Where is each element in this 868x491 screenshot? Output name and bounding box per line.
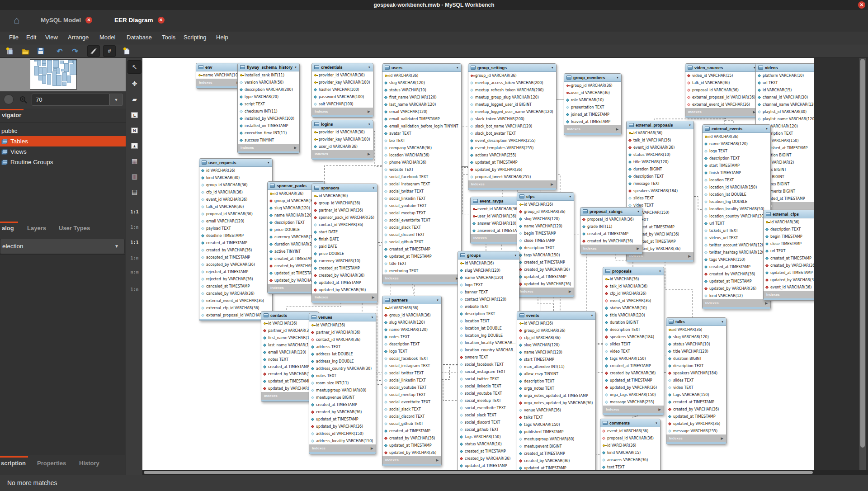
er-table-cfps[interactable]: cfps▼id VARCHAR(36)group_id VARCHAR(36)s… [517,192,574,297]
routine-group-tool[interactable]: ▤ [127,185,142,198]
er-table-header[interactable]: partners▼ [382,296,441,304]
rel-1ton-existing-tool[interactable]: 1:n [127,283,142,296]
collapse-icon[interactable]: ▼ [765,127,768,130]
bottom-tab-scription[interactable]: scription [1,460,26,467]
er-table-user_requests[interactable]: user_requests▼id VARCHAR(36)kind VARCHAR… [199,158,273,321]
er-table-indexes[interactable]: Indexes▶ [703,299,770,307]
er-table-external_cfps[interactable]: external_cfps▼id VARCHAR(36)description … [763,210,814,301]
er-table-indexes[interactable]: Indexes▶ [196,79,242,86]
er-table-header[interactable]: groups▼ [458,251,519,260]
menu-item-arrange[interactable]: Arrange [68,34,89,41]
collapse-icon[interactable]: ▼ [616,76,619,79]
menu-item-scripting[interactable]: Scripting [184,34,207,41]
collapse-icon[interactable]: ▼ [267,161,270,164]
bottom-tab-history[interactable]: History [79,460,99,467]
er-table-indexes[interactable]: Indexes▶ [580,245,642,252]
selection-dropdown[interactable]: election ▼ [0,239,125,254]
er-table-header[interactable]: group_settings▼ [468,64,556,72]
view-tool[interactable]: ▥ [127,170,142,183]
collapse-icon[interactable]: ▼ [372,187,375,189]
sidebar-item-routine-groups[interactable]: Routine Groups [0,157,126,167]
hand-tool[interactable]: ✥ [127,77,142,90]
er-table-env[interactable]: env▼name VARCHAR(10)Indexes▶ [196,63,242,89]
undo-icon[interactable]: ↶ [53,45,66,57]
collapse-icon[interactable]: ▼ [689,124,691,127]
tab-close-icon[interactable]: ✕ [85,17,92,24]
collapse-icon[interactable]: ▼ [721,321,724,323]
collapse-icon[interactable]: ▼ [637,210,640,213]
collapse-icon[interactable]: ▼ [551,66,554,69]
collapse-icon[interactable]: ▼ [514,254,517,257]
er-table-indexes[interactable]: Indexes▶ [685,108,758,116]
er-table-proposal_ratings[interactable]: proposal_ratings▼proposal_id VARCHAR(36)… [580,207,642,255]
er-table-group_settings[interactable]: group_settings▼group_id VARCHAR(36)meetu… [468,63,557,190]
er-table-credentials[interactable]: credentials▼provider_id VARCHAR(30)provi… [311,63,373,118]
table-tool[interactable]: ▦ [127,154,142,168]
er-table-indexes[interactable]: Indexes▶ [564,125,621,133]
window-close-button[interactable]: ✕ [858,1,865,9]
er-table-header[interactable]: external_cfps▼ [764,210,814,218]
er-table-header[interactable]: comments▼ [600,419,660,427]
menu-item-tools[interactable]: Tools [162,34,175,41]
menu-item-edit[interactable]: Edit [26,34,36,41]
open-model-icon[interactable] [19,45,32,57]
er-table-flyway_schema_history[interactable]: flyway_schema_history▼installed_rank INT… [237,63,300,154]
er-table-header[interactable]: group_members▼ [564,74,621,82]
new-model-icon[interactable] [4,45,16,57]
er-table-groups[interactable]: groups▼id VARCHAR(36)slug VARCHAR(120)na… [458,251,519,470]
redo-icon[interactable]: ↷ [69,45,81,57]
er-table-header[interactable]: users▼ [382,64,461,72]
collapse-icon[interactable]: ▼ [456,66,459,69]
zoom-dropdown-button[interactable]: ▼ [109,94,123,106]
er-table-header[interactable]: video_sources▼ [685,64,758,72]
sidebar-item-tables[interactable]: Tables [0,136,126,146]
er-table-header[interactable]: flyway_schema_history▼ [238,63,299,71]
menu-item-database[interactable]: Database [127,34,152,41]
er-table-comments[interactable]: comments▼event_id VARCHAR(36)proposal_id… [600,419,660,470]
eraser-tool[interactable]: ▰ [127,93,142,106]
zoom-level-input[interactable]: 70 [32,94,109,106]
pointer-tool[interactable]: ↖ [127,60,142,74]
collapse-icon[interactable]: ▼ [591,314,594,317]
home-icon[interactable]: ⌂ [14,14,19,26]
tab-close-icon[interactable]: ✕ [158,17,165,24]
model-tab-eer-diagram[interactable]: EER Diagram✕ [114,10,165,30]
er-table-header[interactable]: external_events▼ [703,125,770,133]
er-table-header[interactable]: venues▼ [309,313,376,321]
er-table-indexes[interactable]: Indexes▶ [312,293,377,301]
er-table-header[interactable]: proposals▼ [603,267,664,275]
bottom-tab-properties[interactable]: Properties [37,460,66,467]
er-table-venues[interactable]: venues▼id VARCHAR(36)partner_id VARCHAR(… [309,313,376,454]
er-table-indexes[interactable]: Indexes▶ [312,150,373,158]
er-table-proposals[interactable]: proposals▼id VARCHAR(36)talk_id VARCHAR(… [603,267,664,415]
zoom-out-button[interactable] [4,94,14,104]
er-table-logins[interactable]: logins▼provider_id VARCHAR(30)provider_k… [311,120,373,160]
save-model-icon[interactable] [34,45,47,57]
er-table-header[interactable]: talks▼ [666,318,726,326]
er-table-indexes[interactable]: Indexes▶ [382,456,441,464]
er-table-indexes[interactable]: Indexes▶ [603,406,664,413]
horizontal-scrollbar[interactable] [142,470,868,475]
er-table-header[interactable]: user_requests▼ [199,159,272,167]
note-tool[interactable]: N [127,123,142,137]
er-table-indexes[interactable]: Indexes▶ [238,144,299,151]
er-table-header[interactable]: external_proposals▼ [627,121,693,129]
er-table-header[interactable]: credentials▼ [312,63,373,71]
rel-1ton-id-tool[interactable]: 1:n [127,251,142,264]
collapse-icon[interactable]: ▼ [368,66,371,69]
rel-1ton-nonid-tool[interactable]: 1:n [127,220,142,234]
new-page-icon[interactable] [120,45,133,57]
rel-ntom-tool[interactable]: n:m [127,265,142,279]
eer-diagram-canvas[interactable]: env▼name VARCHAR(10)Indexes▶flyway_schem… [142,58,814,470]
er-table-header[interactable]: videos▼ [756,64,814,72]
zoom-in-icon[interactable] [19,95,28,104]
menu-item-help[interactable]: Help [216,34,228,41]
collapse-icon[interactable]: ▼ [294,66,297,69]
panel-tab-user-types[interactable]: User Types [59,225,90,231]
menu-item-model[interactable]: Model [99,34,115,41]
rel-1to1-id-tool[interactable]: 1:1 [127,236,142,249]
er-table-header[interactable]: sponsors▼ [312,184,377,192]
er-table-indexes[interactable]: Indexes▶ [312,108,373,115]
er-table-header[interactable]: env▼ [196,63,242,71]
er-table-indexes[interactable]: Indexes▶ [382,274,461,282]
